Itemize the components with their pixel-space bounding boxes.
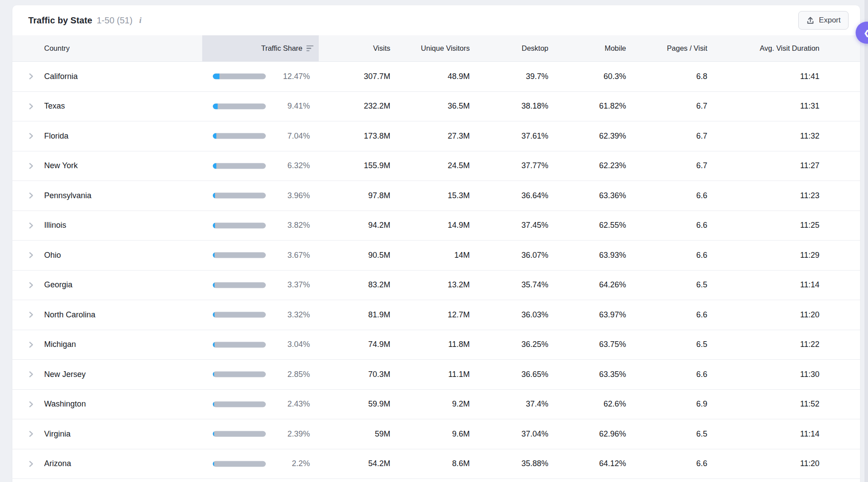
traffic-share-bar-fill	[213, 133, 216, 139]
traffic-share-bar	[213, 342, 266, 347]
column-header-mobile[interactable]: Mobile	[548, 44, 626, 53]
table-row[interactable]: Pennsylvania 3.96% 97.8M 15.3M 36.64% 63…	[12, 181, 860, 211]
desktop-share-value: 36.07%	[470, 251, 548, 260]
desktop-share-value: 37.45%	[470, 221, 548, 230]
chevron-right-icon[interactable]	[28, 429, 34, 438]
column-header-country[interactable]: Country	[44, 44, 202, 53]
table-row[interactable]: Texas 9.41% 232.2M 36.5M 38.18% 61.82% 6…	[12, 92, 860, 122]
avg-visit-duration-value: 11:22	[707, 340, 819, 349]
table-row[interactable]: Georgia 3.37% 83.2M 13.2M 35.74% 64.26% …	[12, 271, 860, 301]
upload-icon	[806, 16, 815, 25]
visits-value: 59M	[319, 429, 390, 439]
traffic-share-bar-fill	[213, 103, 218, 109]
visits-value: 94.2M	[319, 221, 390, 230]
desktop-share-value: 37.4%	[470, 399, 548, 409]
pages-per-visit-value: 6.7	[626, 132, 707, 141]
result-range: 1-50 (51)	[97, 15, 132, 26]
visits-value: 74.9M	[319, 340, 390, 349]
table-row[interactable]: North Carolina 3.32% 81.9M 12.7M 36.03% …	[12, 300, 860, 330]
avg-visit-duration-value: 11:30	[707, 370, 819, 379]
chevron-right-icon[interactable]	[28, 400, 34, 409]
chevron-right-icon[interactable]	[28, 132, 34, 140]
chevron-right-icon[interactable]	[28, 459, 34, 468]
state-name: Arizona	[44, 459, 202, 468]
table-row[interactable]: Virginia 2.39% 59M 9.6M 37.04% 62.96% 6.…	[12, 419, 860, 449]
pages-per-visit-value: 6.8	[626, 72, 707, 81]
unique-visitors-value: 13.2M	[390, 280, 470, 290]
traffic-share-bar	[213, 74, 266, 79]
chevron-right-icon[interactable]	[28, 191, 34, 200]
traffic-share-bar	[213, 372, 266, 377]
desktop-share-value: 37.04%	[470, 429, 548, 439]
traffic-share-cell: 3.37%	[202, 271, 319, 300]
avg-visit-duration-value: 11:25	[707, 221, 819, 230]
visits-value: 307.7M	[319, 72, 390, 81]
export-button[interactable]: Export	[798, 11, 849, 30]
traffic-share-cell: 3.96%	[202, 181, 319, 211]
chevron-left-icon: ❮	[864, 29, 868, 37]
pages-per-visit-value: 6.6	[626, 251, 707, 260]
pages-per-visit-value: 6.6	[626, 310, 707, 320]
state-name: Virginia	[44, 429, 202, 439]
info-icon[interactable]: i	[139, 15, 141, 25]
pages-per-visit-value: 6.9	[626, 399, 707, 409]
traffic-share-bar	[213, 222, 266, 228]
state-name: New Jersey	[44, 370, 202, 379]
desktop-share-value: 37.61%	[470, 132, 548, 141]
table-row[interactable]: Illinois 3.82% 94.2M 14.9M 37.45% 62.55%…	[12, 211, 860, 241]
table-row[interactable]: Florida 7.04% 173.8M 27.3M 37.61% 62.39%…	[12, 121, 860, 151]
chevron-right-icon[interactable]	[28, 72, 34, 81]
page-title: Traffic by State	[28, 15, 92, 26]
chevron-right-icon[interactable]	[28, 281, 34, 290]
traffic-share-bar	[213, 133, 266, 139]
chevron-right-icon[interactable]	[28, 310, 34, 319]
sort-descending-icon	[306, 45, 313, 52]
pages-per-visit-value: 6.6	[626, 191, 707, 200]
traffic-share-cell: 2.2%	[202, 449, 319, 479]
column-header-traffic-share[interactable]: Traffic Share	[202, 35, 319, 61]
chevron-right-icon[interactable]	[28, 102, 34, 111]
desktop-share-value: 36.25%	[470, 340, 548, 349]
column-header-visits[interactable]: Visits	[319, 44, 390, 53]
mobile-share-value: 64.12%	[548, 459, 626, 468]
unique-visitors-value: 9.2M	[390, 399, 470, 409]
traffic-share-cell: 12.47%	[202, 62, 319, 91]
table-row[interactable]: Ohio 3.67% 90.5M 14M 36.07% 63.93% 6.6 1…	[12, 241, 860, 271]
export-button-label: Export	[819, 16, 841, 25]
table-row[interactable]: New York 6.32% 155.9M 24.5M 37.77% 62.23…	[12, 151, 860, 181]
panel-header: Traffic by State 1-50 (51) i Export	[12, 5, 860, 35]
scrollbar[interactable]	[864, 0, 868, 482]
traffic-share-cell: 2.43%	[202, 390, 319, 419]
state-name: Florida	[44, 132, 202, 141]
column-header-desktop[interactable]: Desktop	[470, 44, 548, 53]
chevron-right-icon[interactable]	[28, 370, 34, 379]
visits-value: 83.2M	[319, 280, 390, 290]
table-row[interactable]: Michigan 3.04% 74.9M 11.8M 36.25% 63.75%…	[12, 330, 860, 360]
unique-visitors-value: 12.7M	[390, 310, 470, 320]
table-row[interactable]: California 12.47% 307.7M 48.9M 39.7% 60.…	[12, 62, 860, 92]
avg-visit-duration-value: 11:23	[707, 191, 819, 200]
mobile-share-value: 63.75%	[548, 340, 626, 349]
traffic-share-bar-fill	[213, 74, 219, 79]
chevron-right-icon[interactable]	[28, 251, 34, 260]
mobile-share-value: 62.55%	[548, 221, 626, 230]
column-header-avg-visit-duration[interactable]: Avg. Visit Duration	[707, 44, 819, 53]
traffic-share-cell: 3.67%	[202, 241, 319, 270]
pages-per-visit-value: 6.6	[626, 221, 707, 230]
table-row[interactable]: Washington 2.43% 59.9M 9.2M 37.4% 62.6% …	[12, 390, 860, 420]
chevron-right-icon[interactable]	[28, 162, 34, 170]
chevron-right-icon[interactable]	[28, 221, 34, 230]
column-header-unique-visitors[interactable]: Unique Visitors	[390, 44, 470, 53]
visits-value: 97.8M	[319, 191, 390, 200]
avg-visit-duration-value: 11:31	[707, 102, 819, 111]
table-row[interactable]: New Jersey 2.85% 70.3M 11.1M 36.65% 63.3…	[12, 360, 860, 390]
unique-visitors-value: 15.3M	[390, 191, 470, 200]
pages-per-visit-value: 6.7	[626, 102, 707, 111]
pages-per-visit-value: 6.5	[626, 340, 707, 349]
table-row[interactable]: Arizona 2.2% 54.2M 8.6M 35.88% 64.12% 6.…	[12, 449, 860, 479]
visits-value: 81.9M	[319, 310, 390, 320]
column-header-pages-per-visit[interactable]: Pages / Visit	[626, 44, 707, 53]
visits-value: 232.2M	[319, 102, 390, 111]
chevron-right-icon[interactable]	[28, 340, 34, 349]
avg-visit-duration-value: 11:27	[707, 161, 819, 170]
